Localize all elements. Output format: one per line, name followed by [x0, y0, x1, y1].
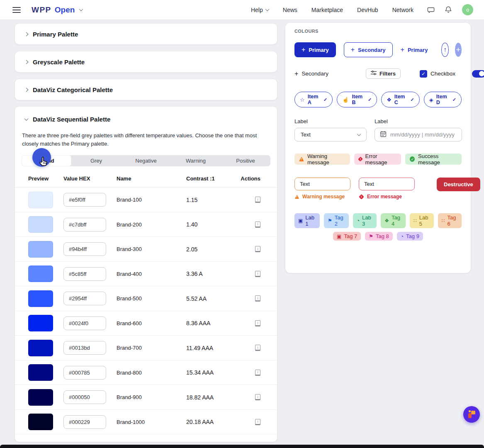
chevron-down-icon: [24, 117, 29, 121]
date-label: Label: [375, 118, 462, 124]
tag[interactable]: ◔ Tag 9: [397, 232, 423, 241]
select-value: Text: [301, 131, 311, 138]
hex-value-input[interactable]: #000229: [63, 415, 106, 429]
primary-text-button[interactable]: + Primary: [401, 46, 428, 54]
info-icon[interactable]: i: [255, 320, 260, 326]
hand-cursor-icon: [37, 155, 50, 170]
hex-value-input[interactable]: #0013bd: [63, 341, 106, 355]
plus-icon: +: [456, 45, 460, 54]
assistant-fab-button[interactable]: [463, 406, 480, 423]
date-placeholder: mm/dd/yyyy | mm/dd/yyyy: [390, 131, 455, 138]
tag-label: Tag 9: [406, 233, 419, 239]
filter-chip[interactable]: ❖ Item C ✓: [381, 92, 420, 107]
tag[interactable]: ▣ Tag 7: [333, 232, 361, 241]
checkbox-label: Checkbox: [430, 71, 455, 77]
chevron-right-icon: [24, 32, 29, 36]
hex-value-input[interactable]: #e5f0ff: [63, 193, 106, 207]
tag[interactable]: ⚑ Tag 2: [324, 213, 349, 228]
text-select[interactable]: Text: [294, 128, 367, 141]
app-logo[interactable]: WPP Open: [32, 5, 83, 15]
filters-button[interactable]: Filters: [366, 68, 401, 79]
tag[interactable]: ◔ Lab 3: [353, 213, 377, 228]
filter-chip[interactable]: ☆ Item A ✓: [294, 92, 333, 107]
color-name: Brand-500: [117, 295, 186, 302]
filter-chip[interactable]: ◈ Item D ✓: [424, 92, 462, 107]
hex-value-input[interactable]: #c7dbff: [63, 218, 106, 231]
tag[interactable]: ❖ Tag 4: [381, 213, 406, 228]
hex-value-input[interactable]: #000050: [63, 390, 106, 404]
check-icon: ✓: [323, 97, 327, 102]
section-greyscale-palette[interactable]: Greyscale Palette: [15, 51, 277, 72]
info-icon[interactable]: i: [255, 246, 260, 252]
table-row: #000229 Brand-1000 20.18 AAA i: [15, 410, 277, 435]
info-icon[interactable]: i: [255, 345, 260, 351]
error-helper-text: Error message: [359, 194, 415, 200]
table-row: #0013bd Brand-700 11.49 AAA i: [15, 336, 277, 360]
secondary-text-button[interactable]: + Secondary: [294, 70, 328, 78]
section-primary-palette[interactable]: Primary Palette: [15, 24, 277, 44]
warning-triangle-icon: [299, 157, 304, 161]
destructive-button[interactable]: Destructive: [437, 178, 480, 191]
nav-item-help[interactable]: Help: [251, 7, 269, 13]
tab-negative[interactable]: Negative: [121, 155, 171, 166]
tag[interactable]: ⚑ Tag 8: [365, 232, 393, 241]
hex-value-input[interactable]: #94b4ff: [63, 242, 106, 256]
hamburger-menu-icon[interactable]: [12, 7, 21, 13]
chat-icon[interactable]: [427, 6, 435, 14]
section-dataviz-categorical-palette[interactable]: DataViz Categorical Palette: [15, 79, 277, 100]
logo-wpp-text: WPP: [32, 5, 51, 15]
tag-label: Tag 2: [335, 214, 345, 227]
error-message-badge: Error message: [354, 153, 401, 165]
tab-warning[interactable]: Warning: [171, 155, 221, 166]
toggle-field[interactable]: Toggle: [472, 70, 484, 78]
info-icon[interactable]: i: [255, 222, 260, 228]
calendar-icon: [380, 131, 387, 139]
date-range-input[interactable]: mm/dd/yyyy | mm/dd/yyyy: [375, 128, 462, 141]
section-header[interactable]: DataViz Sequential Palette: [15, 107, 277, 129]
hex-value-input[interactable]: #2954ff: [63, 292, 106, 305]
tag[interactable]: ▣ Lab 1: [294, 213, 320, 228]
logo-open-text: Open: [55, 5, 75, 15]
info-icon[interactable]: i: [255, 419, 260, 425]
hex-value-input[interactable]: #5c85ff: [63, 267, 106, 281]
info-icon[interactable]: i: [255, 295, 260, 302]
checkbox-checked-icon[interactable]: ✓: [420, 70, 427, 78]
error-text-input[interactable]: Text: [359, 178, 415, 190]
contrast-value: 1.15: [186, 197, 241, 203]
tab-positive[interactable]: Positive: [221, 155, 270, 166]
color-name: Brand-800: [117, 370, 186, 376]
nav-item-marketplace[interactable]: Marketplace: [311, 7, 343, 13]
info-icon[interactable]: i: [255, 394, 260, 400]
hex-value-input[interactable]: #0024f0: [63, 317, 106, 330]
toggle-on-switch[interactable]: [472, 70, 484, 78]
check-icon: ✓: [368, 97, 372, 102]
warning-text-input[interactable]: Text: [294, 178, 350, 190]
add-button-disabled[interactable]: +: [455, 43, 462, 57]
nav-item-network[interactable]: Network: [392, 7, 413, 13]
table-row: #0024f0 Brand-600 8.36 AAA i: [15, 311, 277, 336]
user-avatar[interactable]: o: [462, 4, 473, 15]
primary-button[interactable]: + Primary: [294, 42, 336, 57]
color-name: Brand-100: [117, 197, 186, 203]
table-row: #000050 Brand-900 18.82 AAA i: [15, 385, 277, 410]
tag[interactable]: ∷ Tag 6: [438, 213, 462, 228]
hex-value-input[interactable]: #000785: [63, 366, 106, 380]
success-check-icon: ✓: [410, 156, 415, 162]
plus-icon: +: [302, 46, 305, 54]
secondary-button[interactable]: + Secondary: [344, 42, 393, 57]
info-icon[interactable]: i: [255, 197, 260, 203]
nav-item-news[interactable]: News: [283, 7, 297, 13]
nav-item-devhub[interactable]: DevHub: [357, 7, 378, 13]
notifications-bell-icon[interactable]: [445, 6, 452, 14]
checkbox-field[interactable]: ✓ Checkbox: [420, 70, 455, 78]
filter-chip[interactable]: ☝ Item B ✓: [337, 92, 377, 107]
chip-label: Item A: [308, 94, 321, 105]
info-icon[interactable]: i: [255, 370, 260, 376]
info-icon[interactable]: i: [255, 271, 260, 277]
tag-label: Tag 4: [392, 214, 402, 227]
tag[interactable]: ∷ Lab 5: [410, 213, 434, 228]
up-arrow-button[interactable]: ↑: [441, 43, 448, 57]
color-name: Brand-400: [117, 271, 186, 277]
chip-label: Item C: [394, 94, 408, 105]
tab-grey[interactable]: Grey: [71, 155, 121, 166]
